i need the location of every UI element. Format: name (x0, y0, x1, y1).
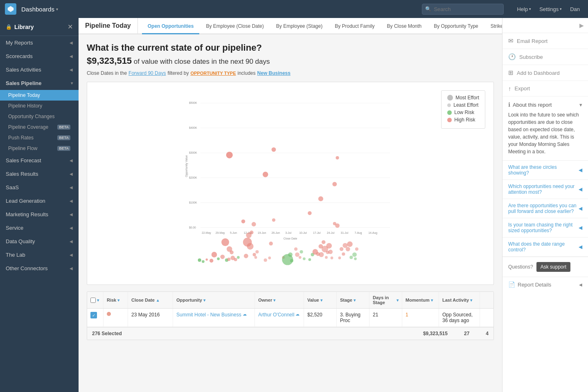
sidebar-close-button[interactable]: ✕ (68, 23, 73, 31)
sidebar-sub-pipeline-coverage[interactable]: Pipeline Coverage BETA (0, 122, 79, 132)
svg-point-60 (290, 259, 293, 262)
sidebar-sub-opportunity-changes[interactable]: Opportunity Changes (0, 111, 79, 122)
th-opportunity[interactable]: Opportunity ▾ (173, 292, 255, 308)
faq-item-3[interactable]: Are there opportunities you can pull for… (502, 199, 588, 218)
sidebar-item-lead-generation[interactable]: Lead Generation ◀ (0, 194, 79, 208)
legend-most-effort: Most Effort (447, 95, 479, 101)
email-report-action[interactable]: ✉ Email Report (502, 33, 588, 49)
ask-support-button[interactable]: Ask support (536, 262, 570, 272)
svg-point-51 (255, 256, 257, 259)
beta-badge: BETA (57, 125, 70, 130)
report-subtitle: $9,323,515 of value with close dates in … (87, 56, 494, 66)
search-bar[interactable]: 🔍 (422, 4, 504, 15)
sidebar-sub-push-rates[interactable]: Push Rates BETA (0, 132, 79, 143)
sidebar-item-data-quality[interactable]: Data Quality ◀ (0, 235, 79, 248)
svg-text:$100K: $100K (189, 201, 197, 204)
sidebar-item-saas[interactable]: SaaS ◀ (0, 181, 79, 194)
sidebar-sub-pipeline-history[interactable]: Pipeline History (0, 101, 79, 111)
th-value[interactable]: Value ▾ (304, 292, 337, 308)
sidebar-item-sales-activities[interactable]: Sales Activities ◀ (0, 63, 79, 76)
footer-total-value: $9,323,515 (423, 331, 448, 336)
tab-bar: Pipeline Today Open Opportunities By Emp… (79, 18, 502, 34)
td-owner[interactable]: Arthur O'Connell ☁ (255, 309, 304, 327)
svg-point-30 (206, 258, 208, 260)
svg-text:26-Jun: 26-Jun (272, 231, 280, 234)
tab-by-opportunity-type[interactable]: By Opportunity Type (428, 19, 484, 34)
help-link[interactable]: Help ▾ (514, 4, 534, 14)
subscribe-action[interactable]: 🕐 Subscribe (502, 49, 588, 65)
th-close-date[interactable]: Close Date ▲ (128, 292, 173, 308)
export-action[interactable]: ↑ Export (502, 81, 588, 96)
th-momentum[interactable]: Momentum ▾ (402, 292, 439, 308)
lock-icon: 🔒 (6, 24, 12, 30)
add-to-dashboard-action[interactable]: ⊞ Add to Dashboard (502, 65, 588, 81)
user-link[interactable]: Dan (567, 4, 583, 14)
sidebar-title: 🔒 Library (6, 24, 34, 30)
sidebar-item-marketing-results[interactable]: Marketing Results ◀ (0, 208, 79, 221)
th-risk[interactable]: Risk ▾ (104, 292, 128, 308)
sidebar-sub-pipeline-today[interactable]: Pipeline Today (0, 90, 79, 101)
sidebar-item-other-connectors[interactable]: Other Connectors ◀ (0, 262, 79, 275)
faq-chevron: ◀ (579, 225, 582, 231)
sidebar-item-service[interactable]: Service ◀ (0, 221, 79, 235)
report-details-row[interactable]: 📄 Report Details ◀ (502, 277, 588, 292)
row-checkbox[interactable]: ✓ (90, 312, 97, 318)
svg-point-38 (227, 258, 230, 261)
faq-item-5[interactable]: What does the date range control? ◀ (502, 237, 588, 257)
arrow-icon: ▾ (71, 81, 73, 85)
svg-point-32 (210, 259, 213, 262)
select-all-checkbox[interactable] (90, 298, 96, 303)
sidebar-item-sales-pipeline[interactable]: Sales Pipeline ▾ (0, 76, 79, 90)
svg-text:$300K: $300K (189, 151, 197, 154)
tab-by-product-family[interactable]: By Product Family (329, 19, 380, 34)
svg-point-91 (226, 152, 233, 158)
data-table: ▾ Risk ▾ Close Date ▲ Opportunity ▾ Owne… (87, 291, 494, 340)
svg-point-31 (212, 252, 217, 258)
td-days-in-stage: 21 (369, 309, 402, 327)
td-opportunity[interactable]: Summit Hotel - New Business ☁ (173, 309, 255, 327)
sidebar-sub-pipeline-flow[interactable]: Pipeline Flow BETA (0, 143, 79, 154)
th-stage[interactable]: Stage ▾ (337, 292, 369, 308)
faq-item-2[interactable]: Which opportunities need your attention … (502, 180, 588, 199)
opportunity-type-filter[interactable]: OPPORTUNITY TYPE (190, 71, 236, 76)
sidebar-item-scorecards[interactable]: Scorecards ◀ (0, 49, 79, 63)
right-panel-collapse: ▶ (502, 18, 588, 33)
td-checkbox[interactable]: ✓ (87, 309, 104, 327)
sort-arrow[interactable]: ▾ (97, 298, 99, 302)
subscribe-icon: 🕐 (508, 53, 516, 60)
top-nav: Dashboards ▾ 🔍 Help ▾ Settings ▾ Dan (0, 0, 588, 18)
svg-point-96 (332, 182, 337, 186)
svg-point-59 (288, 252, 293, 257)
svg-text:10-Jul: 10-Jul (299, 231, 307, 234)
tab-by-employee-close[interactable]: By Employee (Close Date) (200, 19, 269, 34)
arrow-icon: ◀ (70, 253, 73, 257)
faq-item-4[interactable]: Is your team chasing the right sized opp… (502, 218, 588, 237)
svg-point-40 (234, 258, 237, 261)
sidebar-item-sales-results[interactable]: Sales Results ◀ (0, 167, 79, 181)
new-business-filter[interactable]: New Business (257, 70, 291, 76)
sidebar-item-sales-forecast[interactable]: Sales Forecast ◀ (0, 154, 79, 167)
svg-point-77 (328, 250, 333, 254)
th-owner[interactable]: Owner ▾ (255, 292, 304, 308)
footer-total-momentum: 4 (486, 331, 489, 336)
email-icon: ✉ (508, 37, 514, 45)
faq-item-1[interactable]: What are these circles showing? ◀ (502, 161, 588, 180)
th-days-in-stage[interactable]: Days in Stage ▾ (369, 292, 402, 308)
search-input[interactable] (422, 4, 504, 15)
th-last-activity[interactable]: Last Activity ▾ (439, 292, 480, 308)
page-title: Pipeline Today (85, 18, 138, 34)
about-toggle[interactable]: ℹ About this report ▾ (508, 101, 582, 108)
expand-panel-icon[interactable]: ▶ (579, 22, 584, 29)
sidebar-item-my-reports[interactable]: My Reports ◀ (0, 36, 79, 49)
settings-link[interactable]: Settings ▾ (536, 4, 565, 14)
tab-by-close-month[interactable]: By Close Month (381, 19, 428, 34)
arrow-icon: ◀ (70, 212, 73, 217)
sidebar-item-the-lab[interactable]: The Lab ◀ (0, 248, 79, 262)
svg-point-62 (295, 252, 300, 257)
tab-strike-zone[interactable]: Strike Zone (485, 19, 502, 34)
tab-open-opportunities[interactable]: Open Opportunities (142, 19, 200, 34)
arrow-icon: ◀ (70, 54, 73, 58)
tab-by-employee-stage[interactable]: By Employee (Stage) (270, 19, 328, 34)
app-title[interactable]: Dashboards ▾ (21, 6, 58, 13)
forward-90-days-filter[interactable]: Forward 90 Days (128, 70, 166, 76)
